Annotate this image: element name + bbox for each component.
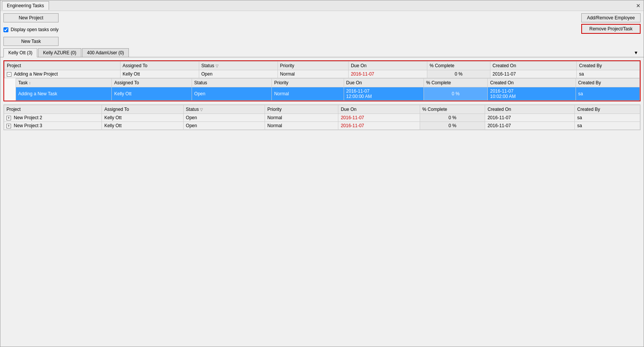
title-bar: Engineering Tasks ✕	[0, 0, 644, 11]
project-created-on: 2016-11-07	[490, 70, 577, 78]
toolbar-left: New Project Display open tasks only New …	[3, 13, 59, 46]
other-project-row-2[interactable]: + New Project 3 Kelly Ott Open Normal 20…	[4, 122, 640, 130]
op1-name-cell: + New Project 2	[4, 114, 102, 122]
col-header-op-status: Status ▽	[183, 105, 265, 114]
task-due-on: 2016-11-0712:00:00 AM	[344, 87, 424, 101]
project-header-row: Project Assigned To Status ▽ Priority Du…	[5, 62, 640, 70]
task-pct-complete: 0 %	[424, 87, 487, 101]
other-project-row-1[interactable]: + New Project 2 Kelly Ott Open Normal 20…	[4, 114, 640, 122]
task-table: Task ↕ Assigned To Status Priority Due O…	[16, 78, 640, 101]
op1-name: New Project 2	[14, 115, 42, 120]
col-header-op-pct-complete: % Complete	[420, 105, 485, 114]
op2-status: Open	[183, 122, 265, 130]
close-button[interactable]: ✕	[634, 2, 642, 9]
op2-created-by: sa	[575, 122, 640, 130]
main-window: Engineering Tasks ✕ New Project Display …	[0, 0, 644, 347]
task-assigned-to: Kelly Ott	[112, 87, 192, 101]
project-pct-complete: 0 %	[427, 70, 490, 78]
op1-pct-complete: 0 %	[420, 114, 485, 122]
toolbar: New Project Display open tasks only New …	[0, 11, 644, 48]
remove-project-task-button[interactable]: Remove Project/Task	[581, 24, 641, 34]
col-header-op-project: Project	[4, 105, 102, 114]
other-projects-header-row: Project Assigned To Status ▽ Priority Du…	[4, 105, 640, 114]
col-header-op-created-by: Created By	[575, 105, 640, 114]
tab-kelly-ott[interactable]: Kelly Ott (3)	[3, 48, 37, 57]
project-due-on: 2016-11-07	[348, 70, 427, 78]
col-header-project: Project	[5, 62, 121, 70]
sort-icon-task: ↕	[29, 81, 31, 85]
col-header-status: Status ▽	[199, 62, 278, 70]
close-icon: ✕	[636, 3, 641, 9]
col-header-task: Task ↕	[16, 79, 112, 87]
task-row-selected[interactable]: Adding a New Task Kelly Ott Open Normal …	[16, 87, 640, 101]
col-header-priority: Priority	[278, 62, 348, 70]
col-header-task-due-on: Due On	[344, 79, 424, 87]
task-created-on: 2016-11-0710:02:00 AM	[488, 87, 576, 101]
col-header-task-created-on: Created On	[488, 79, 576, 87]
add-remove-employee-button[interactable]: Add/Remove Employee	[581, 13, 641, 22]
col-header-op-assigned-to: Assigned To	[102, 105, 183, 114]
display-open-tasks-checkbox[interactable]	[3, 27, 8, 32]
task-priority: Normal	[272, 87, 344, 101]
col-header-assigned-to: Assigned To	[120, 62, 199, 70]
project-name: Adding a New Project	[14, 71, 58, 77]
op1-due-on: 2016-11-07	[338, 114, 420, 122]
checkbox-row: Display open tasks only	[3, 25, 59, 35]
task-header-row: Task ↕ Assigned To Status Priority Due O…	[16, 79, 640, 87]
col-header-pct-complete: % Complete	[427, 62, 490, 70]
other-projects-table: Project Assigned To Status ▽ Priority Du…	[4, 105, 640, 130]
op1-created-on: 2016-11-07	[485, 114, 575, 122]
project-status: Open	[199, 70, 278, 78]
col-header-task-pct-complete: % Complete	[424, 79, 487, 87]
expand-icon-op1[interactable]: +	[6, 116, 11, 120]
col-header-task-created-by: Created By	[576, 79, 639, 87]
col-header-due-on: Due On	[348, 62, 427, 70]
op2-created-on: 2016-11-07	[485, 122, 575, 130]
op1-created-by: sa	[575, 114, 640, 122]
checkbox-label: Display open tasks only	[11, 27, 59, 32]
expanded-project-section: Project Assigned To Status ▽ Priority Du…	[3, 60, 641, 101]
other-projects-section: Project Assigned To Status ▽ Priority Du…	[3, 104, 641, 130]
project-assigned-to: Kelly Ott	[120, 70, 199, 78]
task-created-by: sa	[576, 87, 639, 101]
col-header-created-by: Created By	[577, 62, 640, 70]
expanded-project-table: Project Assigned To Status ▽ Priority Du…	[4, 61, 640, 78]
tabs-dropdown-button[interactable]: ▼	[631, 49, 641, 56]
sort-icon-op-status: ▽	[200, 107, 203, 112]
col-header-op-priority: Priority	[265, 105, 338, 114]
col-header-op-created-on: Created On	[485, 105, 575, 114]
content-area: Project Assigned To Status ▽ Priority Du…	[0, 57, 644, 347]
project-created-by: sa	[577, 70, 640, 78]
inner-task-wrapper: Task ↕ Assigned To Status Priority Due O…	[4, 78, 640, 101]
toolbar-right: Add/Remove Employee Remove Project/Task	[581, 13, 641, 34]
tab-400-adamuser-label: 400 AdamUser (0)	[87, 50, 124, 55]
op2-assigned-to: Kelly Ott	[102, 122, 183, 130]
op1-priority: Normal	[265, 114, 338, 122]
op2-pct-complete: 0 %	[420, 122, 485, 130]
task-status: Open	[192, 87, 271, 101]
op1-status: Open	[183, 114, 265, 122]
op1-assigned-to: Kelly Ott	[102, 114, 183, 122]
expand-icon-op2[interactable]: +	[6, 124, 11, 128]
expand-icon[interactable]: -	[7, 72, 11, 77]
col-header-op-due-on: Due On	[338, 105, 420, 114]
tab-kelly-ott-label: Kelly Ott (3)	[8, 50, 32, 55]
tab-400-adamuser[interactable]: 400 AdamUser (0)	[82, 48, 129, 57]
tabs-bar: Kelly Ott (3) Kelly AZURE (0) 400 AdamUs…	[0, 48, 644, 57]
op2-name-cell: + New Project 3	[4, 122, 102, 130]
tab-kelly-azure[interactable]: Kelly AZURE (0)	[38, 48, 81, 57]
project-name-cell: - Adding a New Project	[5, 70, 121, 78]
col-header-task-assigned-to: Assigned To	[112, 79, 192, 87]
col-header-task-priority: Priority	[272, 79, 344, 87]
tab-kelly-azure-label: Kelly AZURE (0)	[43, 50, 76, 55]
expanded-project-row[interactable]: - Adding a New Project Kelly Ott Open No…	[5, 70, 640, 78]
op2-priority: Normal	[265, 122, 338, 130]
op2-name: New Project 3	[14, 123, 42, 128]
op2-due-on: 2016-11-07	[338, 122, 420, 130]
window-title-tab: Engineering Tasks	[2, 1, 49, 10]
window-title: Engineering Tasks	[7, 3, 44, 8]
sort-icon-status: ▽	[216, 64, 219, 68]
new-task-button[interactable]: New Task	[3, 37, 59, 46]
col-header-created-on: Created On	[490, 62, 577, 70]
new-project-button[interactable]: New Project	[3, 13, 59, 22]
